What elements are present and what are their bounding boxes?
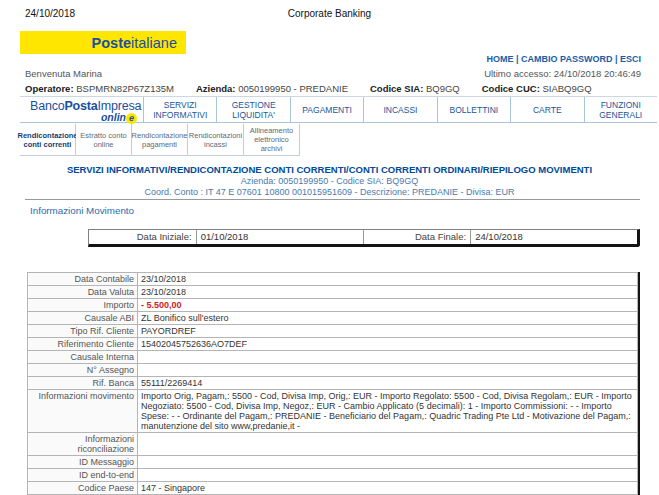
date-filter-bar: Data Iniziale: 01/10/2018 Data Finale: 2… bbox=[88, 229, 640, 247]
subnav-item[interactable]: Estratto conto online bbox=[76, 124, 132, 156]
operator-bar-label: Codice CUC: bbox=[482, 83, 540, 94]
subnav-item-label: Rendicontazione conti correnti bbox=[18, 131, 78, 149]
row-label: Causale Interna bbox=[28, 351, 138, 364]
row-value bbox=[138, 469, 638, 482]
row-value bbox=[138, 364, 638, 377]
row-label: Riferimento Cliente bbox=[28, 338, 138, 351]
row-value bbox=[138, 456, 638, 469]
session-link[interactable]: HOME bbox=[487, 54, 514, 64]
operator-bar-label: Codice SIA: bbox=[370, 83, 423, 94]
welcome-text: Benvenuta Marina bbox=[25, 68, 102, 79]
bancoposta-impresa-logo: BancoPostaImpresa online bbox=[20, 97, 143, 122]
nav-tabs: SERVIZI INFORMATIVIGESTIONE LIQUIDITA'PA… bbox=[143, 97, 657, 122]
session-link[interactable]: ESCI bbox=[612, 54, 641, 64]
row-value: 23/10/2018 bbox=[138, 273, 638, 286]
row-value: 55111/2269414 bbox=[138, 377, 638, 390]
row-label: Tipo Rif. Cliente bbox=[28, 325, 138, 338]
brand-e-circle-icon: e bbox=[126, 113, 137, 124]
operator-bar-value: 0050199950 - PREDANIE bbox=[238, 83, 348, 94]
brand-banco: Banco bbox=[30, 99, 64, 113]
subnav-item[interactable]: Allineamento elettronico archivi bbox=[244, 124, 300, 156]
nav-tab[interactable]: CARTE bbox=[510, 97, 583, 122]
section-title: Informazioni Movimento bbox=[30, 205, 134, 216]
logo-text-light: italiane bbox=[131, 35, 177, 51]
row-label: Causale ABI bbox=[28, 312, 138, 325]
nav-tab-label: INCASSI bbox=[383, 105, 417, 115]
breadcrumb-path: SERVIZI INFORMATIVI/RENDICONTAZIONE CONT… bbox=[0, 164, 659, 175]
date-end-group: Data Finale: 24/10/2018 bbox=[363, 230, 638, 244]
row-label: Rif. Banca bbox=[28, 377, 138, 390]
operator-bar-label: Operatore: bbox=[25, 83, 74, 94]
row-value: 147 - Singapore bbox=[138, 482, 638, 495]
page-title: Corporate Banking bbox=[0, 8, 659, 19]
row-label: Importo bbox=[28, 299, 138, 312]
nav-tab-label: FUNZIONI GENERALI bbox=[590, 100, 652, 120]
row-value: 23/10/2018 bbox=[138, 286, 638, 299]
nav-tab[interactable]: FUNZIONI GENERALI bbox=[584, 97, 657, 122]
main-nav: BancoPostaImpresa online SERVIZI INFORMA… bbox=[20, 96, 657, 123]
subnav-item[interactable]: Rendicontazioni incassi bbox=[188, 124, 244, 156]
table-row: Causale ABI ZL Bonifico sull'estero bbox=[28, 312, 638, 325]
nav-tab[interactable]: BOLLETTINI bbox=[437, 97, 510, 122]
operator-bar-item: Codice SIA: BQ9GQ bbox=[370, 83, 460, 94]
table-row: ID end-to-end bbox=[28, 469, 638, 482]
session-links: HOMECAMBIO PASSWORDESCI bbox=[487, 54, 641, 64]
row-value: - 5.500,00 bbox=[138, 299, 638, 312]
table-row: Data Valuta 23/10/2018 bbox=[28, 286, 638, 299]
poste-italiane-logo: Posteitaliane bbox=[20, 31, 186, 54]
row-value bbox=[138, 351, 638, 364]
subnav-item-label: Allineamento elettronico archivi bbox=[247, 126, 296, 153]
date-start-label: Data Iniziale: bbox=[89, 230, 196, 244]
row-value: 15402045752636AO7DEF bbox=[138, 338, 638, 351]
nav-tab-label: SERVIZI INFORMATIVI bbox=[149, 100, 211, 120]
row-value: Importo Orig, Pagam,: 5500 - Cod, Divisa… bbox=[138, 390, 638, 433]
row-label: ID end-to-end bbox=[28, 469, 138, 482]
session-link[interactable]: CAMBIO PASSWORD bbox=[514, 54, 613, 64]
operator-bar-value: BQ9GQ bbox=[426, 83, 460, 94]
operator-bar-value: SIABQ9GQ bbox=[542, 83, 591, 94]
subnav-item-label: Rendicontazioni incassi bbox=[189, 131, 242, 149]
brand-posta: Posta bbox=[64, 99, 97, 113]
nav-tab[interactable]: INCASSI bbox=[363, 97, 436, 122]
row-label: Informazioni movimento bbox=[28, 390, 138, 433]
date-start-value: 01/10/2018 bbox=[196, 230, 363, 244]
subnav-item[interactable]: Rendicontazione pagamenti bbox=[132, 124, 188, 156]
row-label: ID Messaggio bbox=[28, 456, 138, 469]
table-row: Codice Paese 147 - Singapore bbox=[28, 482, 638, 495]
table-row: Causale Interna bbox=[28, 351, 638, 364]
table-row: N° Assegno bbox=[28, 364, 638, 377]
row-label: Data Valuta bbox=[28, 286, 138, 299]
sub-nav: Rendicontazione conti correntiEstratto c… bbox=[20, 124, 300, 156]
table-row: Data Contabile 23/10/2018 bbox=[28, 273, 638, 286]
row-label: Codice Paese bbox=[28, 482, 138, 495]
table-row: Riferimento Cliente 15402045752636AO7DEF bbox=[28, 338, 638, 351]
movement-table: Data Contabile 23/10/2018 Data Valuta 23… bbox=[27, 272, 638, 495]
nav-tab[interactable]: GESTIONE LIQUIDITA' bbox=[216, 97, 289, 122]
logo-text-bold: Poste bbox=[92, 35, 132, 51]
nav-tab-label: BOLLETTINI bbox=[450, 105, 499, 115]
nav-tab[interactable]: PAGAMENTI bbox=[290, 97, 363, 122]
breadcrumb-company: Azienda: 0050199950 - Codice SIA: BQ9GQ bbox=[0, 176, 659, 186]
brand-online: onlin bbox=[101, 111, 126, 123]
nav-tab-label: GESTIONE LIQUIDITA' bbox=[222, 100, 284, 120]
subnav-item-label: Rendicontazione pagamenti bbox=[132, 131, 188, 149]
nav-tab[interactable]: SERVIZI INFORMATIVI bbox=[143, 97, 216, 122]
operator-bar: Operatore: BSPMRN82P67Z135MAzienda: 0050… bbox=[25, 83, 592, 94]
table-row: Informazioni movimento Importo Orig, Pag… bbox=[28, 390, 638, 433]
subnav-item[interactable]: Rendicontazione conti correnti bbox=[20, 124, 76, 156]
row-label: Data Contabile bbox=[28, 273, 138, 286]
table-row: Rif. Banca 55111/2269414 bbox=[28, 377, 638, 390]
table-row: Tipo Rif. Cliente PAYORDREF bbox=[28, 325, 638, 338]
operator-bar-item: Azienda: 0050199950 - PREDANIE bbox=[196, 83, 348, 94]
table-row: Importo - 5.500,00 bbox=[28, 299, 638, 312]
nav-tab-label: PAGAMENTI bbox=[302, 105, 351, 115]
operator-bar-item: Codice CUC: SIABQ9GQ bbox=[482, 83, 592, 94]
operator-bar-value: BSPMRN82P67Z135M bbox=[76, 83, 174, 94]
table-row: Informazioni riconciliazione bbox=[28, 433, 638, 456]
last-access-text: Ultimo accesso: 24/10/2018 20:46:49 bbox=[484, 68, 641, 79]
breadcrumb: SERVIZI INFORMATIVI/RENDICONTAZIONE CONT… bbox=[0, 164, 659, 197]
row-value: PAYORDREF bbox=[138, 325, 638, 338]
row-label: Informazioni riconciliazione bbox=[28, 433, 138, 456]
row-label: N° Assegno bbox=[28, 364, 138, 377]
date-start-group: Data Iniziale: 01/10/2018 bbox=[89, 230, 363, 244]
